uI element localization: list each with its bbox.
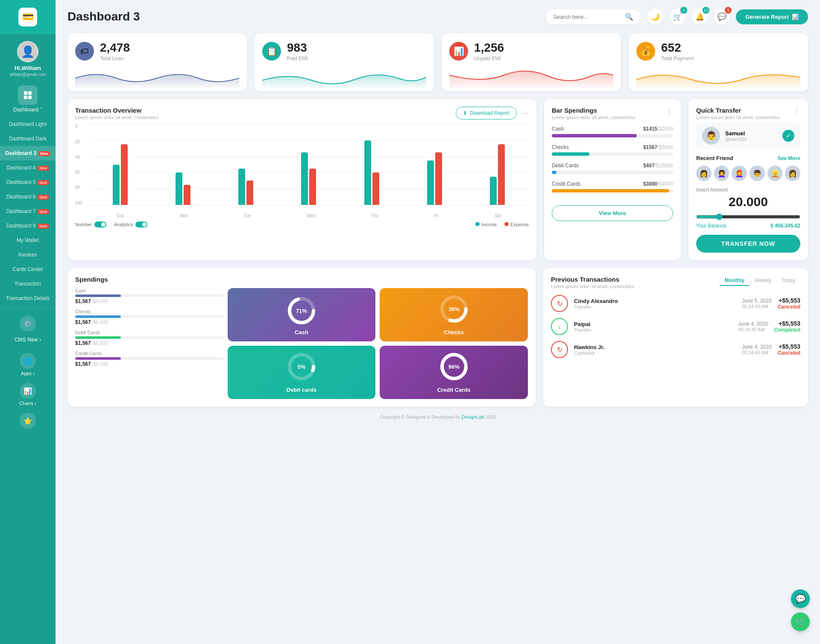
fab-support[interactable]: 💬 [791, 589, 810, 608]
page-title: Dashboard 3 [67, 10, 140, 23]
quick-transfer-more-icon[interactable]: ⋮ [793, 107, 800, 116]
see-more-link[interactable]: See More [778, 155, 800, 161]
table-row: ↓ Paipal Transfer June 4, 2020 05:34:45 … [551, 318, 800, 335]
transaction-overview-card: Transaction Overview Lorem ipsum dolor s… [67, 99, 536, 260]
stat-card-unpaid-emi: 📊 1,256 Unpaid EMI [442, 33, 621, 91]
svg-text:5%: 5% [298, 364, 306, 370]
donut-credit-label: Credit Cards [437, 387, 471, 393]
footer-brand-link[interactable]: DexignLab [462, 414, 484, 420]
prev-tx-title: Previous Transactions [551, 276, 635, 283]
theme-toggle-btn[interactable]: 🌙 [647, 9, 663, 25]
sidebar-item-invoices[interactable]: Invoices [0, 248, 56, 262]
sidebar-item-dashboard-4[interactable]: Dashboard 4New [0, 160, 56, 175]
sidebar-item-my-wallet[interactable]: My Wallet [0, 233, 56, 248]
friend-avatar-5[interactable]: 👱 [767, 166, 783, 181]
sidebar-item-dashboard-6[interactable]: Dashboard 6New [0, 189, 56, 204]
sidebar-menu: Dashboard Light Dashboard Dark Dashboard… [0, 117, 56, 306]
dashboard-icon-btn[interactable] [18, 85, 38, 105]
transaction-overview-title: Transaction Overview [75, 107, 159, 114]
fab-cart[interactable]: 🛒 [791, 612, 810, 631]
number-toggle[interactable] [94, 221, 106, 227]
spending-bars: Cash $1415/$2000 Checks $1567/$5000 Debi… [552, 126, 673, 192]
qt-user-handle: @sam224 [725, 137, 747, 142]
badge-new-4: New [37, 166, 49, 171]
list-item: Debit Cards $487/$10000 [552, 163, 673, 174]
tab-today[interactable]: Today [776, 276, 800, 286]
sidebar: 💳 👤 Hi,William william@gmail.com Dashboa… [0, 0, 56, 644]
svg-rect-3 [28, 96, 32, 99]
badge-new-8: New [37, 224, 49, 229]
view-more-btn[interactable]: View More [552, 205, 673, 221]
sidebar-item-dashboard-7[interactable]: Dashboard 7New [0, 204, 56, 219]
table-row: ↻ Hawkins Jr. Cashback June 4, 2020 05:3… [551, 341, 800, 358]
quick-transfer-sub: Lorem ipsum dolor sit amet, consectetur [696, 115, 780, 120]
sidebar-item-cards-center[interactable]: Cards Center [0, 262, 56, 277]
spendings-grid: Cash $1,567 /$5,000 Checks $1,567 /$5,00… [75, 288, 528, 399]
sidebar-item-dashboard-5[interactable]: Dashboard 5New [0, 175, 56, 189]
qt-user: 👨 Samuel @sam224 ✓ [696, 122, 800, 149]
dashboard-menu-label[interactable]: Dashboard ˅ [13, 107, 42, 113]
header: Dashboard 3 🔍 🌙 🛒 2 🔔 12 💬 5 Generate Re… [67, 9, 808, 25]
donut-checks-label: Checks [444, 329, 464, 335]
cart-btn[interactable]: 🛒 2 [669, 9, 685, 25]
badge-new-5: New [37, 180, 49, 185]
sidebar-item-apps[interactable]: 🌐 Apps › [20, 349, 36, 379]
search-bar: 🔍 [545, 9, 641, 24]
stat-card-paid-emi: 📋 983 Paid EMI [255, 33, 434, 91]
bar-red [184, 185, 190, 205]
chart-group [340, 124, 403, 205]
tab-weekly[interactable]: Weekly [750, 276, 776, 286]
stat-number-paid-emi: 983 [287, 41, 308, 55]
sidebar-item-transaction[interactable]: Transaction [0, 277, 56, 291]
sidebar-item-dashboard-light[interactable]: Dashboard Light [0, 117, 56, 131]
download-report-btn[interactable]: ⬇ Download Report [456, 107, 517, 119]
transfer-now-btn[interactable]: TRANSFER NOW [696, 235, 800, 253]
spending-item-cash: Cash $1,567 /$5,000 [75, 288, 223, 305]
chart-legend: Number Analytics Income Expense [75, 221, 529, 227]
bottom-row: Spendings Cash $1,567 /$5,000 Checks $1,… [67, 268, 808, 407]
sidebar-item-dashboard-dark[interactable]: Dashboard Dark [0, 131, 56, 146]
more-options-icon[interactable]: ⋯ [521, 108, 529, 118]
sidebar-item-favorites[interactable]: ⭐ [20, 408, 36, 433]
friend-avatar-4[interactable]: 👦 [750, 166, 765, 181]
stat-icon-total-payment: 💰 [636, 42, 655, 61]
spendings-card: Spendings Cash $1,567 /$5,000 Checks $1,… [67, 268, 536, 407]
friend-avatar-3[interactable]: 👩‍🦰 [732, 166, 747, 181]
tx-icon-2: ↓ [551, 318, 568, 335]
analytics-label: Analytics [114, 222, 133, 227]
insert-amount-label: Insert Amount [696, 187, 800, 193]
sidebar-item-dashboard-8[interactable]: Dashboard 8New [0, 219, 56, 233]
generate-report-btn[interactable]: Generate Report 📊 [736, 9, 808, 24]
prev-tx-sub: Lorem ipsum dolor sit amet, consectetur [551, 284, 635, 289]
user-name: Hi,William [15, 65, 41, 71]
sidebar-item-transaction-details[interactable]: Transaction Details [0, 291, 56, 306]
amount-slider[interactable] [696, 213, 800, 220]
sidebar-item-cms[interactable]: ⚙️ CMSNew› [15, 311, 41, 349]
tx-info-3: Hawkins Jr. Cashback [574, 344, 736, 356]
cart-count: 2 [680, 7, 687, 14]
search-input[interactable] [553, 14, 621, 20]
friend-avatar-1[interactable]: 👩 [696, 166, 712, 181]
notification-btn[interactable]: 🔔 12 [691, 9, 708, 25]
tab-monthly[interactable]: Monthly [720, 276, 750, 286]
bar-teal [490, 177, 497, 205]
tx-list: ↻ Cindy Alexandro Transfer June 5, 2020 … [551, 295, 800, 358]
avatar: 👤 [17, 41, 38, 62]
stat-label-unpaid-emi: Unpaid EMI [474, 55, 504, 61]
friend-avatar-6[interactable]: 👩 [785, 166, 800, 181]
stat-number-loan: 2,478 [100, 41, 130, 55]
stat-icon-loan: 🏷 [75, 42, 94, 61]
cms-icon: ⚙️ [20, 315, 36, 332]
expense-label: Expense [510, 222, 529, 227]
sidebar-item-dashboard-3[interactable]: Dashboard 3New [0, 146, 56, 160]
analytics-toggle[interactable] [135, 221, 147, 227]
friend-avatar-2[interactable]: 👩‍🦱 [714, 166, 729, 181]
bar-spendings-more-icon[interactable]: ⋮ [665, 107, 673, 116]
quick-transfer-card: Quick Transfer Lorem ipsum dolor sit ame… [688, 99, 808, 260]
tx-icon-1: ↻ [551, 295, 568, 312]
stat-label-paid-emi: Paid EMI [287, 55, 308, 61]
qt-check-icon[interactable]: ✓ [782, 130, 794, 142]
message-btn[interactable]: 💬 5 [714, 9, 730, 25]
sidebar-item-charts[interactable]: 📊 Charts › [19, 379, 36, 408]
prev-transactions-card: Previous Transactions Lorem ipsum dolor … [543, 268, 808, 407]
